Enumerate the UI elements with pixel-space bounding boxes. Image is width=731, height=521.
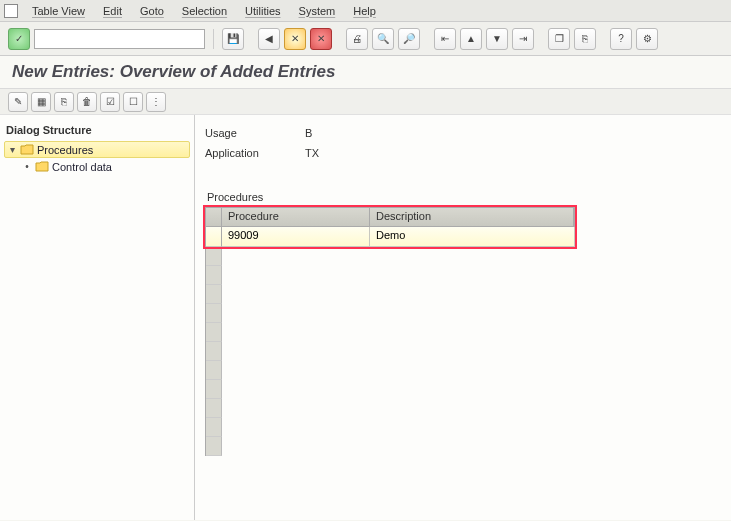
row-selector-header[interactable] bbox=[206, 208, 222, 226]
menu-help[interactable]: Help bbox=[345, 3, 384, 19]
col-description[interactable]: Description bbox=[370, 208, 574, 226]
enter-button[interactable]: ✓ bbox=[8, 28, 30, 50]
grid-header: Procedure Description bbox=[205, 207, 575, 227]
table-row[interactable] bbox=[206, 304, 575, 323]
cancel-button[interactable]: ✕ bbox=[310, 28, 332, 50]
first-page-button[interactable]: ⇤ bbox=[434, 28, 456, 50]
menu-selection[interactable]: Selection bbox=[174, 3, 235, 19]
leaf-bullet-icon: • bbox=[22, 161, 32, 172]
tree-node-procedures[interactable]: ▾ Procedures bbox=[4, 141, 190, 158]
find-next-button[interactable]: 🔎 bbox=[398, 28, 420, 50]
copy-button[interactable]: ⎘ bbox=[54, 92, 74, 112]
dialog-structure-sidebar: Dialog Structure ▾ Procedures • Control … bbox=[0, 115, 195, 520]
row-selector[interactable] bbox=[206, 247, 222, 266]
table-row[interactable] bbox=[206, 266, 575, 285]
back-button[interactable]: ◀ bbox=[258, 28, 280, 50]
prev-page-button[interactable]: ▲ bbox=[460, 28, 482, 50]
row-selector[interactable] bbox=[206, 227, 222, 247]
main-area: Dialog Structure ▾ Procedures • Control … bbox=[0, 115, 731, 520]
shortcut-button[interactable]: ⎘ bbox=[574, 28, 596, 50]
folder-icon bbox=[35, 160, 49, 174]
meta-usage-row: Usage B bbox=[205, 123, 721, 143]
separator bbox=[213, 29, 214, 49]
row-selector[interactable] bbox=[206, 266, 222, 285]
save-button[interactable]: 💾 bbox=[222, 28, 244, 50]
cell-procedure[interactable]: 99009 bbox=[222, 227, 370, 247]
row-selector[interactable] bbox=[206, 342, 222, 361]
row-selector[interactable] bbox=[206, 323, 222, 342]
page-title-bar: New Entries: Overview of Added Entries bbox=[0, 56, 731, 89]
menu-system-icon[interactable] bbox=[4, 4, 18, 18]
deselect-all-button[interactable]: ☐ bbox=[123, 92, 143, 112]
row-selector[interactable] bbox=[206, 304, 222, 323]
tree-node-control-data[interactable]: • Control data bbox=[4, 158, 190, 175]
table-row[interactable] bbox=[206, 247, 575, 266]
table-row[interactable] bbox=[206, 418, 575, 437]
new-entries-button[interactable]: ▦ bbox=[31, 92, 51, 112]
menu-bar: Table View Edit Goto Selection Utilities… bbox=[0, 0, 731, 22]
last-page-button[interactable]: ⇥ bbox=[512, 28, 534, 50]
table-row[interactable] bbox=[206, 361, 575, 380]
usage-label: Usage bbox=[205, 127, 305, 139]
application-value: TX bbox=[305, 147, 319, 159]
find-button[interactable]: 🔍 bbox=[372, 28, 394, 50]
next-page-button[interactable]: ▼ bbox=[486, 28, 508, 50]
tree-node-label: Procedures bbox=[37, 144, 93, 156]
grid: Procedure Description 99009 Demo bbox=[205, 207, 575, 456]
content-area: Usage B Application TX Procedures Proced… bbox=[195, 115, 731, 520]
meta-application-row: Application TX bbox=[205, 143, 721, 163]
config-button[interactable]: ⋮ bbox=[146, 92, 166, 112]
row-selector[interactable] bbox=[206, 285, 222, 304]
menu-goto[interactable]: Goto bbox=[132, 3, 172, 19]
col-procedure[interactable]: Procedure bbox=[222, 208, 370, 226]
page-title: New Entries: Overview of Added Entries bbox=[12, 62, 719, 82]
folder-open-icon bbox=[20, 143, 34, 157]
print-button[interactable]: 🖨 bbox=[346, 28, 368, 50]
table-row[interactable] bbox=[206, 342, 575, 361]
menu-table-view[interactable]: Table View bbox=[24, 3, 93, 19]
table-row[interactable]: 99009 Demo bbox=[206, 227, 575, 247]
row-selector[interactable] bbox=[206, 437, 222, 456]
expand-toggle-icon[interactable]: ▾ bbox=[7, 144, 17, 155]
app-toolbar: ✎ ▦ ⎘ 🗑 ☑ ☐ ⋮ bbox=[0, 89, 731, 115]
usage-value: B bbox=[305, 127, 312, 139]
exit-button[interactable]: ✕ bbox=[284, 28, 306, 50]
menu-edit[interactable]: Edit bbox=[95, 3, 130, 19]
menu-system[interactable]: System bbox=[291, 3, 344, 19]
standard-toolbar: ✓ 💾 ◀ ✕ ✕ 🖨 🔍 🔎 ⇤ ▲ ▼ ⇥ ❐ ⎘ ? ⚙ bbox=[0, 22, 731, 56]
sidebar-heading: Dialog Structure bbox=[4, 121, 190, 139]
row-selector[interactable] bbox=[206, 380, 222, 399]
new-session-button[interactable]: ❐ bbox=[548, 28, 570, 50]
tree-node-label: Control data bbox=[52, 161, 112, 173]
select-all-button[interactable]: ☑ bbox=[100, 92, 120, 112]
table-row[interactable] bbox=[206, 399, 575, 418]
menu-utilities[interactable]: Utilities bbox=[237, 3, 288, 19]
tree: ▾ Procedures • Control data bbox=[4, 141, 190, 175]
command-field[interactable] bbox=[34, 29, 205, 49]
row-selector[interactable] bbox=[206, 361, 222, 380]
table-row[interactable] bbox=[206, 380, 575, 399]
grid-body: 99009 Demo bbox=[205, 227, 575, 456]
application-label: Application bbox=[205, 147, 305, 159]
procedures-section: Procedures Procedure Description 99009 D… bbox=[205, 191, 721, 456]
table-row[interactable] bbox=[206, 323, 575, 342]
delete-button[interactable]: 🗑 bbox=[77, 92, 97, 112]
cell-description[interactable]: Demo bbox=[370, 227, 575, 247]
table-row[interactable] bbox=[206, 285, 575, 304]
row-selector[interactable] bbox=[206, 399, 222, 418]
table-row[interactable] bbox=[206, 437, 575, 456]
section-title: Procedures bbox=[205, 191, 721, 203]
change-button[interactable]: ✎ bbox=[8, 92, 28, 112]
help-button[interactable]: ? bbox=[610, 28, 632, 50]
layout-button[interactable]: ⚙ bbox=[636, 28, 658, 50]
row-selector[interactable] bbox=[206, 418, 222, 437]
